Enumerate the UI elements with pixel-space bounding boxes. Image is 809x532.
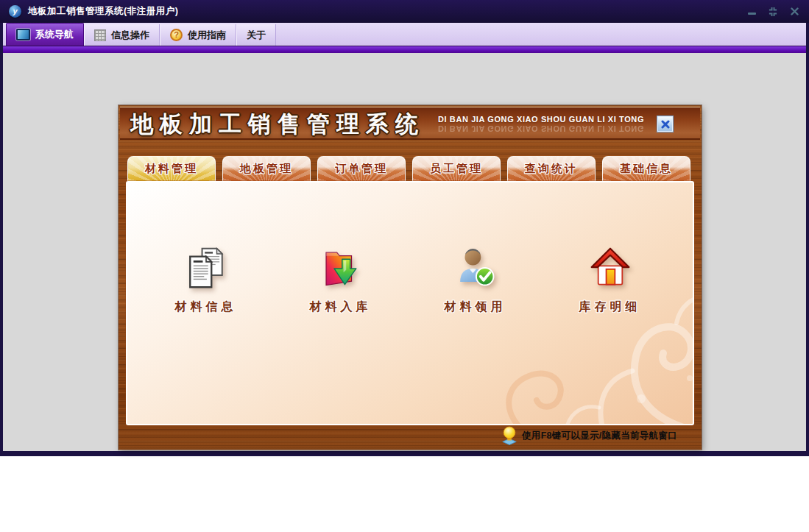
nav-tab-query-stats[interactable]: 查询统计	[507, 156, 596, 181]
nav-tab-basic-info[interactable]: 基础信息	[602, 156, 690, 181]
app-window: y 地板加工销售管理系统(非注册用户) 系统导航	[0, 0, 809, 456]
panel-subtitle-reflection: DI BAN JIA GONG XIAO SHOU GUAN LI XI TON…	[438, 124, 644, 133]
titlebar: y 地板加工销售管理系统(非注册用户)	[0, 0, 809, 23]
nav-tab-employee-mgmt[interactable]: 员工管理	[412, 156, 501, 181]
minimize-icon	[748, 13, 756, 15]
close-icon	[791, 7, 799, 15]
client-area: 地板加工销售管理系统 DI BAN JIA GONG XIAO SHOU GUA…	[3, 53, 806, 451]
menu-tab-label: 信息操作	[111, 29, 149, 42]
nav-tab-order-mgmt[interactable]: 订单管理	[317, 156, 406, 181]
shortcut-label: 材料领用	[445, 299, 506, 315]
shortcut-label: 材料信息	[175, 299, 237, 315]
nav-content-panel: 材料信息	[126, 181, 694, 425]
help-coin-icon: ?	[170, 29, 183, 41]
navigation-window: 地板加工销售管理系统 DI BAN JIA GONG XIAO SHOU GUA…	[119, 105, 702, 450]
shortcut-material-inbound[interactable]: 材料入库	[273, 244, 408, 315]
menu-tab-label: 使用指南	[188, 29, 226, 42]
window-controls	[746, 7, 800, 17]
menu-tab-info-ops[interactable]: 信息操作	[84, 24, 160, 46]
app-logo-icon: y	[9, 5, 21, 18]
bulb-icon	[501, 426, 518, 446]
nav-tab-row: 材料管理 地板管理 订单管理 员工管理 查询统计 基础信息	[127, 156, 690, 181]
window-title: 地板加工销售管理系统(非注册用户)	[28, 5, 178, 18]
close-icon	[661, 120, 670, 129]
panel-subtitle-pinyin: DI BAN JIA GONG XIAO SHOU GUAN LI XI TON…	[438, 115, 644, 124]
shortcut-label: 材料入库	[310, 299, 372, 315]
purple-divider	[3, 46, 806, 53]
panel-title: 地板加工销售管理系统	[130, 109, 425, 140]
nav-tab-material-mgmt[interactable]: 材料管理	[127, 156, 216, 181]
minimize-button[interactable]	[746, 7, 757, 17]
shortcut-label: 库存明细	[579, 299, 641, 315]
grid-icon	[94, 29, 106, 41]
shortcut-stock-detail[interactable]: 库存明细	[543, 244, 677, 315]
menu-tab-user-guide[interactable]: ? 使用指南	[160, 24, 236, 46]
nav-footer: 使用F8键可以显示/隐藏当前导航窗口	[501, 426, 677, 446]
restore-button[interactable]	[767, 7, 779, 17]
menu-tab-label: 系统导航	[35, 28, 74, 41]
restore-icon	[768, 7, 778, 16]
monitor-icon	[16, 29, 30, 40]
nav-header: 地板加工销售管理系统 DI BAN JIA GONG XIAO SHOU GUA…	[120, 107, 700, 140]
menu-tab-system-nav[interactable]: 系统导航	[6, 23, 84, 46]
menubar: 系统导航 信息操作 ? 使用指南 关于	[3, 23, 806, 46]
nav-tab-floor-mgmt[interactable]: 地板管理	[222, 156, 311, 181]
footer-tip: 使用F8键可以显示/隐藏当前导航窗口	[522, 430, 677, 442]
house-icon	[589, 244, 632, 290]
shortcut-grid: 材料信息	[138, 244, 677, 315]
close-window-button[interactable]	[788, 7, 800, 17]
shortcut-material-info[interactable]: 材料信息	[138, 244, 273, 315]
folder-import-icon	[319, 244, 362, 290]
panel-close-button[interactable]	[657, 116, 673, 132]
desktop: y 地板加工销售管理系统(非注册用户) 系统导航	[0, 0, 809, 532]
menu-tab-about[interactable]: 关于	[236, 24, 276, 46]
shortcut-material-issue[interactable]: 材料领用	[408, 244, 543, 315]
menu-tab-label: 关于	[247, 29, 266, 42]
documents-icon	[185, 244, 227, 290]
user-check-icon	[454, 244, 497, 290]
